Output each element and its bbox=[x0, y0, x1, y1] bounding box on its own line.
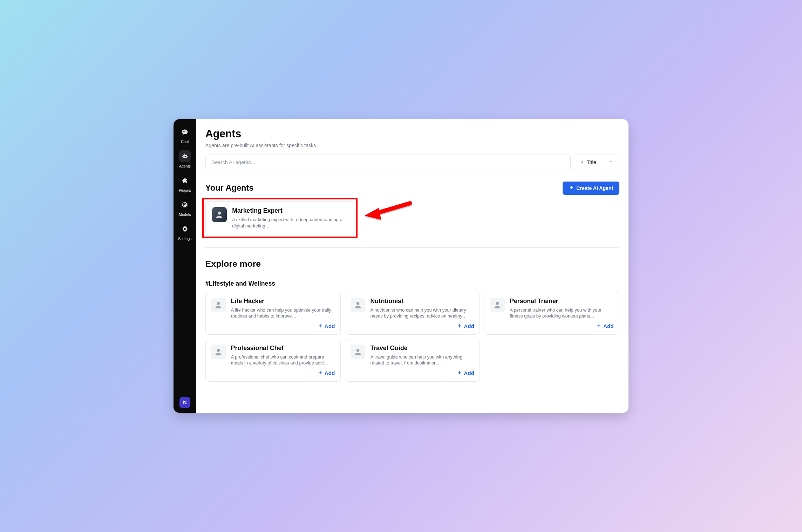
svg-point-16 bbox=[217, 349, 220, 352]
svg-rect-4 bbox=[184, 154, 186, 155]
svg-marker-11 bbox=[365, 208, 381, 220]
section-divider bbox=[205, 247, 619, 248]
add-label: Add bbox=[603, 323, 614, 329]
svg-point-17 bbox=[356, 349, 360, 352]
svg-rect-3 bbox=[183, 155, 187, 158]
explore-card-personal-trainer[interactable]: Personal Trainer A personal trainer who … bbox=[484, 292, 619, 335]
explore-card-title: Life Hacker bbox=[231, 298, 335, 305]
agent-card-desc: A skilled marketing expert with a deep u… bbox=[232, 217, 348, 229]
explore-grid: Life Hacker A life hacker who can help y… bbox=[205, 292, 619, 382]
sort-label: Title bbox=[587, 159, 596, 165]
explore-card-travel-guide[interactable]: Travel Guide A travel guide who can help… bbox=[345, 339, 480, 382]
sidebar: Chat Agents Plugins Models Settings bbox=[174, 119, 196, 413]
chevron-down-icon bbox=[609, 159, 613, 165]
svg-rect-7 bbox=[182, 156, 183, 157]
create-agent-label: Create AI Agent bbox=[576, 185, 613, 191]
explore-card-nutritionist[interactable]: Nutritionist A nutritionist who can help… bbox=[345, 292, 480, 335]
agent-avatar bbox=[351, 298, 365, 312]
svg-point-6 bbox=[185, 156, 186, 157]
sidebar-item-settings[interactable]: Settings bbox=[174, 220, 196, 245]
create-agent-button[interactable]: Create AI Agent bbox=[563, 182, 619, 195]
agent-avatar bbox=[211, 345, 226, 359]
page-title: Agents bbox=[205, 128, 619, 140]
plus-icon bbox=[569, 185, 574, 191]
add-button[interactable]: Add bbox=[318, 323, 335, 330]
explore-card-title: Nutritionist bbox=[370, 298, 474, 305]
add-button[interactable]: Add bbox=[457, 323, 474, 330]
chat-bubble-icon bbox=[179, 126, 191, 138]
svg-point-15 bbox=[496, 302, 499, 305]
svg-rect-8 bbox=[187, 156, 188, 157]
explore-card-title: Travel Guide bbox=[370, 345, 474, 352]
sidebar-item-label: Agents bbox=[179, 164, 191, 168]
gear-icon bbox=[179, 223, 191, 235]
explore-card-desc: A life hacker who can help you optimize … bbox=[231, 307, 335, 319]
page-subtitle: Agents are pre-built AI assistants for s… bbox=[205, 143, 619, 148]
add-label: Add bbox=[325, 370, 335, 376]
sidebar-item-agents[interactable]: Agents bbox=[174, 148, 196, 172]
agent-avatar bbox=[490, 298, 505, 312]
plus-icon bbox=[457, 370, 462, 377]
sidebar-item-models[interactable]: Models bbox=[174, 196, 196, 220]
agent-card-title: Marketing Expert bbox=[232, 207, 348, 214]
explore-card-title: Personal Trainer bbox=[510, 298, 614, 305]
agent-card-marketing-expert[interactable]: Marketing Expert A skilled marketing exp… bbox=[205, 201, 354, 235]
agent-avatar bbox=[211, 298, 226, 312]
puzzle-icon bbox=[179, 175, 191, 186]
explore-card-desc: A personal trainer who can help you with… bbox=[510, 307, 614, 319]
annotation-arrow bbox=[362, 199, 412, 225]
explore-card-professional-chef[interactable]: Professional Chef A professional chef wh… bbox=[205, 339, 341, 382]
arrow-down-icon bbox=[580, 159, 584, 165]
user-avatar[interactable]: N bbox=[179, 397, 190, 408]
svg-point-14 bbox=[356, 302, 360, 305]
sidebar-item-label: Plugins bbox=[179, 188, 191, 192]
search-row: Title bbox=[205, 155, 619, 170]
sort-dropdown[interactable]: Title bbox=[574, 155, 619, 170]
sidebar-item-plugins[interactable]: Plugins bbox=[174, 172, 196, 196]
svg-point-5 bbox=[184, 156, 185, 157]
add-label: Add bbox=[325, 323, 335, 329]
add-label: Add bbox=[464, 370, 474, 376]
sidebar-item-label: Models bbox=[179, 212, 191, 217]
svg-point-1 bbox=[184, 131, 185, 132]
search-input[interactable] bbox=[205, 155, 571, 170]
main-content: Agents Agents are pre-built AI assistant… bbox=[196, 119, 628, 413]
your-agents-title: Your Agents bbox=[205, 183, 254, 193]
svg-rect-9 bbox=[183, 203, 186, 206]
explore-card-life-hacker[interactable]: Life Hacker A life hacker who can help y… bbox=[205, 292, 341, 335]
svg-rect-10 bbox=[184, 204, 186, 206]
svg-point-2 bbox=[186, 131, 186, 132]
svg-point-12 bbox=[218, 211, 221, 214]
explore-card-desc: A travel guide who can help you with any… bbox=[370, 354, 474, 366]
add-button[interactable]: Add bbox=[457, 370, 474, 377]
agent-avatar bbox=[212, 207, 227, 222]
explore-card-desc: A professional chef who can cook and pre… bbox=[231, 354, 335, 366]
svg-point-0 bbox=[183, 131, 184, 132]
plus-icon bbox=[318, 370, 323, 377]
plus-icon bbox=[596, 323, 602, 330]
sidebar-item-label: Settings bbox=[178, 237, 191, 241]
category-title: #Lifestyle and Wellness bbox=[205, 280, 619, 287]
explore-card-desc: A nutritionist who can help you with you… bbox=[370, 307, 474, 319]
add-button[interactable]: Add bbox=[596, 323, 614, 330]
agent-avatar bbox=[351, 345, 365, 359]
your-agents-header-row: Your Agents Create AI Agent bbox=[205, 182, 619, 195]
plus-icon bbox=[457, 323, 462, 330]
explore-title: Explore more bbox=[205, 259, 619, 269]
app-window: Chat Agents Plugins Models Settings bbox=[174, 119, 628, 413]
chip-icon bbox=[179, 199, 191, 211]
svg-point-13 bbox=[217, 302, 220, 305]
sidebar-item-label: Chat bbox=[181, 139, 189, 144]
highlighted-agent-area: Marketing Expert A skilled marketing exp… bbox=[205, 201, 354, 235]
sidebar-item-chat[interactable]: Chat bbox=[174, 123, 196, 148]
sidebar-bottom: N bbox=[179, 397, 190, 408]
add-label: Add bbox=[464, 323, 474, 329]
explore-card-title: Professional Chef bbox=[231, 345, 335, 352]
plus-icon bbox=[318, 323, 323, 330]
robot-icon bbox=[179, 150, 191, 162]
add-button[interactable]: Add bbox=[318, 370, 335, 377]
